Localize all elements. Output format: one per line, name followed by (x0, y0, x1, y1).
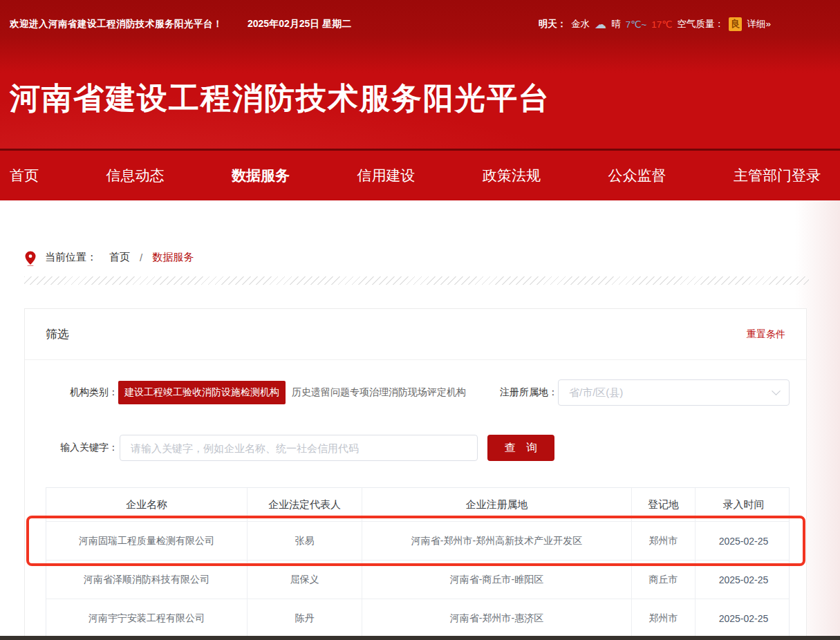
category-option-selected[interactable]: 建设工程竣工验收消防设施检测机构 (118, 381, 286, 404)
slash-divider (24, 276, 809, 285)
welcome-text: 欢迎进入河南省建设工程消防技术服务阳光平台！ (10, 18, 223, 30)
filter-card: 筛选 重置条件 机构类别： 建设工程竣工验收消防设施检测机构 历史遗留问题专项治… (24, 308, 807, 638)
keyword-input[interactable] (120, 435, 478, 461)
table-row: 河南省泽顺消防科技有限公司 屈保义 河南省-商丘市-睢阳区 商丘市 2025-0… (46, 560, 789, 599)
search-button[interactable]: 查 询 (487, 435, 554, 461)
date-text: 2025年02月25日 星期二 (248, 18, 351, 30)
weather-widget: 明天： 金水 ☁ 晴 7℃~ 17℃ 空气质量： 良 详细» (539, 17, 840, 31)
weather-condition: 晴 (611, 18, 621, 30)
cell-region: 河南省-商丘市-睢阳区 (362, 561, 632, 599)
breadcrumb-label: 当前位置： (45, 251, 97, 264)
filter-card-header: 筛选 重置条件 (25, 309, 806, 360)
cell-legal-rep: 陈丹 (248, 599, 362, 637)
nav-item-policy[interactable]: 政策法规 (483, 166, 541, 185)
weather-detail-link[interactable]: 详细» (747, 18, 771, 30)
nav-item-supervision[interactable]: 公众监督 (608, 166, 666, 185)
aqi-badge: 良 (729, 17, 743, 31)
location-pin-icon (24, 250, 37, 267)
chevron-down-icon (772, 386, 781, 395)
filter-card-body: 机构类别： 建设工程竣工验收消防设施检测机构 历史遗留问题专项治理消防现场评定机… (25, 360, 806, 637)
breadcrumb-current[interactable]: 数据服务 (152, 251, 194, 264)
column-header-legal-rep: 企业法定代表人 (248, 488, 362, 521)
keyword-label: 输入关键字： (46, 442, 118, 454)
cell-company-name: 河南宇宁安装工程有限公司 (46, 599, 248, 637)
page-body: 当前位置： 首页 / 数据服务 筛选 重置条件 机构类别： 建设工程竣工验收消防… (0, 200, 840, 636)
column-header-company: 企业名称 (46, 488, 248, 521)
topbar: 欢迎进入河南省建设工程消防技术服务阳光平台！ 2025年02月25日 星期二 明… (0, 0, 840, 48)
breadcrumb: 当前位置： 首页 / 数据服务 (0, 200, 840, 265)
results-table: 企业名称 企业法定代表人 企业注册属地 登记地 录入时间 河南固瑞工程质量检测有… (46, 487, 790, 637)
region-select[interactable]: 省/市/区(县) (558, 379, 790, 406)
region-select-placeholder: 省/市/区(县) (569, 386, 623, 399)
table-header-row: 企业名称 企业法定代表人 企业注册属地 登记地 录入时间 (46, 488, 789, 521)
cell-reg-city: 郑州市 (632, 522, 696, 560)
weather-temp-low: 7℃~ (626, 19, 647, 30)
breadcrumb-home[interactable]: 首页 (109, 251, 130, 264)
weather-tomorrow-label: 明天： (539, 18, 567, 30)
region-filter-group: 注册所属地： 省/市/区(县) (500, 379, 790, 406)
cell-legal-rep: 张易 (248, 522, 362, 560)
column-header-region: 企业注册属地 (362, 488, 632, 521)
cell-region: 河南省-郑州市-惠济区 (362, 599, 632, 637)
nav-item-data-service[interactable]: 数据服务 (232, 166, 290, 185)
filter-title: 筛选 (46, 326, 69, 342)
column-header-reg-city: 登记地 (632, 488, 696, 521)
cloud-icon: ☁ (595, 19, 606, 30)
aqi-label: 空气质量： (677, 18, 724, 30)
nav-item-credit[interactable]: 信用建设 (357, 166, 416, 185)
nav-item-news[interactable]: 信息动态 (106, 166, 165, 185)
site-title: 河南省建设工程消防技术服务阳光平台 (10, 78, 550, 119)
cell-region: 河南省-郑州市-郑州高新技术产业开发区 (362, 522, 632, 560)
cell-reg-city: 郑州市 (632, 599, 696, 637)
category-label: 机构类别： (46, 386, 118, 399)
weather-temp-high: 17℃ (651, 19, 672, 30)
cell-legal-rep: 屈保义 (248, 561, 362, 599)
category-filter-row: 机构类别： 建设工程竣工验收消防设施检测机构 历史遗留问题专项治理消防现场评定机… (46, 379, 790, 406)
breadcrumb-separator: / (140, 252, 142, 263)
column-header-entry-date: 录入时间 (696, 488, 792, 521)
keyword-filter-row: 输入关键字： 查 询 (46, 435, 790, 461)
table-row: 河南固瑞工程质量检测有限公司 张易 河南省-郑州市-郑州高新技术产业开发区 郑州… (46, 521, 789, 560)
cell-entry-date: 2025-02-25 (696, 561, 792, 599)
region-label: 注册所属地： (500, 386, 558, 399)
cell-entry-date: 2025-02-25 (696, 522, 792, 560)
cell-reg-city: 商丘市 (632, 561, 696, 599)
cell-company-name: 河南固瑞工程质量检测有限公司 (46, 522, 248, 560)
site-header: 欢迎进入河南省建设工程消防技术服务阳光平台！ 2025年02月25日 星期二 明… (0, 0, 840, 149)
nav-item-admin-login[interactable]: 主管部门登录 (734, 166, 821, 185)
main-nav: 首页 信息动态 数据服务 信用建设 政策法规 公众监督 主管部门登录 (0, 149, 840, 200)
category-option-unselected[interactable]: 历史遗留问题专项治理消防现场评定机构 (292, 386, 466, 399)
bottom-window-edge (0, 636, 840, 640)
reset-filters-link[interactable]: 重置条件 (747, 328, 785, 341)
banner: 河南省建设工程消防技术服务阳光平台 (0, 48, 840, 149)
table-row: 河南宇宁安装工程有限公司 陈丹 河南省-郑州市-惠济区 郑州市 2025-02-… (46, 599, 789, 637)
nav-item-home[interactable]: 首页 (10, 166, 39, 185)
cell-company-name: 河南省泽顺消防科技有限公司 (46, 561, 248, 599)
cell-entry-date: 2025-02-25 (696, 599, 792, 637)
weather-district: 金水 (571, 18, 590, 30)
